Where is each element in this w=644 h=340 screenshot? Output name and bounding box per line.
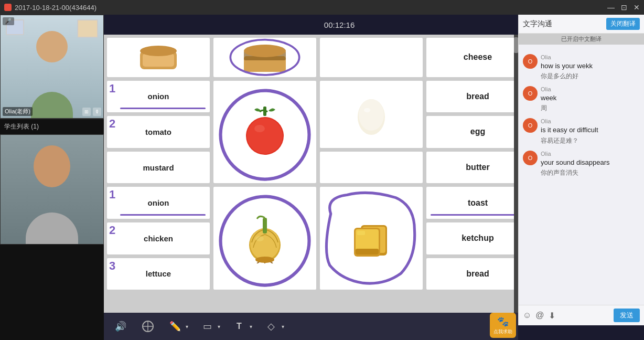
close-translate-button[interactable]: 关闭翻译 xyxy=(606,18,640,30)
fc-egg-image xyxy=(319,80,424,149)
fc-lettuce-label: 3 lettuce xyxy=(106,257,211,291)
eraser-tool-group: ◇ ▾ xyxy=(263,318,284,335)
msg-avatar-4: O xyxy=(523,151,538,165)
fc-cheese-label: cheese xyxy=(425,37,518,78)
mustard-text: mustard xyxy=(143,163,174,172)
chat-header: 文字沟通 关闭翻译 xyxy=(519,15,644,34)
teacher-body xyxy=(31,92,73,118)
onion-text-s2: onion xyxy=(148,198,169,207)
fc-tomato-image xyxy=(212,80,317,185)
help-text: 点我求助 xyxy=(493,328,512,335)
scroll-thumb[interactable] xyxy=(514,37,518,53)
send-button[interactable]: 发送 xyxy=(614,309,640,322)
emoji-icon[interactable]: ☺ xyxy=(523,311,531,321)
fc-ketchup-label: ketchup xyxy=(425,221,518,256)
app-icon xyxy=(4,4,12,11)
msg-avatar-3: O xyxy=(523,118,538,133)
fc-tomato-label: 2 tomato xyxy=(106,115,211,149)
svg-point-22 xyxy=(255,257,274,263)
fc-bread-label-r1: 1 onion xyxy=(106,80,211,114)
svg-point-2 xyxy=(140,46,177,56)
chat-messages: O Olia how is your wekk 你是多么的好 O Olia we… xyxy=(519,45,644,305)
cheese-text: cheese xyxy=(464,52,492,62)
egg-text: egg xyxy=(470,127,485,136)
chat-panel: 文字沟通 关闭翻译 已开启中文翻译 O Olia how is your wek… xyxy=(518,15,644,325)
translate-status: 已开启中文翻译 xyxy=(519,34,644,45)
pen-arrow[interactable]: ▾ xyxy=(186,324,188,330)
flashcard-grid: cheese 1 onion xyxy=(104,35,518,313)
svg-point-6 xyxy=(244,45,286,57)
close-icon[interactable]: ✕ xyxy=(634,3,640,12)
eraser-button[interactable]: ◇ xyxy=(263,318,280,335)
msg-sender-3: Olia xyxy=(541,118,640,124)
fc-col3-r4-empty xyxy=(319,151,424,185)
at-icon[interactable]: @ xyxy=(535,311,544,321)
msg-translation-4: 你的声音消失 xyxy=(541,168,640,177)
student-list-label: 学生列表 (1) xyxy=(0,119,104,134)
ketchup-text: ketchup xyxy=(461,233,493,243)
svg-rect-29 xyxy=(357,231,365,235)
msg-sender-2: Olia xyxy=(541,86,640,92)
help-button[interactable]: 🐾 点我求助 xyxy=(490,313,516,338)
teacher-label: Olia(老师) xyxy=(3,107,33,116)
bg-decoration2 xyxy=(77,19,98,38)
bread-text-r1c4: bread xyxy=(466,92,489,101)
rect-arrow[interactable]: ▾ xyxy=(218,324,220,330)
fc-toast-image xyxy=(319,186,424,291)
msg-sender-4: Olia xyxy=(541,151,640,157)
student-body xyxy=(26,212,78,244)
chicken-text: chicken xyxy=(144,234,173,243)
window-title: 2017-10-18-21-00(434644) xyxy=(15,4,96,12)
teacher-webcam: 🎤 Olia(老师) ⊞ 🎙 xyxy=(0,15,104,119)
fc-bread-image-top xyxy=(106,37,211,78)
chat-message-1: O Olia how is your wekk 你是多么的好 xyxy=(523,54,640,81)
eraser-arrow[interactable]: ▾ xyxy=(282,324,284,330)
student-face xyxy=(34,145,70,187)
compass-button[interactable] xyxy=(139,318,156,335)
teacher-face xyxy=(36,31,68,62)
svg-rect-28 xyxy=(356,249,379,254)
msg-avatar-2: O xyxy=(523,86,538,101)
download-icon[interactable]: ⬇ xyxy=(549,311,555,321)
chat-footer: ☺ @ ⬇ 发送 xyxy=(519,305,644,325)
msg-text-2: week xyxy=(541,93,640,103)
maximize-icon[interactable]: ⊡ xyxy=(621,3,627,12)
chat-footer-icons: ☺ @ ⬇ xyxy=(523,311,555,321)
content-area: cheese 1 onion xyxy=(104,35,518,313)
text-tool-group: T ▾ xyxy=(231,318,252,335)
fc-onion-label-s2: 1 onion xyxy=(106,186,211,220)
msg-text-3: is it easy or difficult xyxy=(541,125,640,135)
msg-translation-3: 容易还是难？ xyxy=(541,136,640,145)
msg-text-1: how is your wekk xyxy=(541,61,640,71)
time-display: 00:12:16 xyxy=(324,20,355,29)
text-button[interactable]: T xyxy=(231,318,248,335)
left-panel: 🎤 Olia(老师) ⊞ 🎙 学生列表 (1) xyxy=(0,15,104,340)
text-arrow[interactable]: ▾ xyxy=(250,324,252,330)
pen-button[interactable]: ✏️ xyxy=(167,318,184,335)
cam-mic-icon[interactable]: 🎙 xyxy=(93,108,101,116)
svg-point-14 xyxy=(364,108,370,112)
fc-empty-top xyxy=(319,37,424,78)
scroll-indicator[interactable] xyxy=(514,35,518,313)
cam-copy-icon[interactable]: ⊞ xyxy=(82,108,91,116)
fc-bread-top-image xyxy=(212,37,317,78)
bread-text-r1: onion xyxy=(148,92,169,101)
fc-onion-image xyxy=(212,186,317,291)
svg-point-23 xyxy=(255,236,264,241)
fc-chicken-label: 2 chicken xyxy=(106,221,211,256)
minimize-icon[interactable]: — xyxy=(607,3,615,12)
title-bar: 2017-10-18-21-00(434644) — ⊡ ✕ xyxy=(0,0,644,15)
chat-message-2: O Olia week 周 xyxy=(523,86,640,113)
msg-sender-1: Olia xyxy=(541,54,640,60)
student-webcam xyxy=(0,134,104,245)
volume-button[interactable]: 🔊 xyxy=(112,318,129,335)
butter-text: butter xyxy=(466,163,489,172)
fc-egg-label: egg xyxy=(425,115,518,149)
fc-mustard-label: mustard xyxy=(106,151,211,185)
rect-button[interactable]: ▭ xyxy=(199,318,216,335)
pen-tool-group: ✏️ ▾ xyxy=(167,318,188,335)
fc-butter-label: butter xyxy=(425,151,518,185)
bread-s2-text: bread xyxy=(466,269,489,279)
chat-message-3: O Olia is it easy or difficult 容易还是难？ xyxy=(523,118,640,145)
svg-point-11 xyxy=(254,125,265,132)
